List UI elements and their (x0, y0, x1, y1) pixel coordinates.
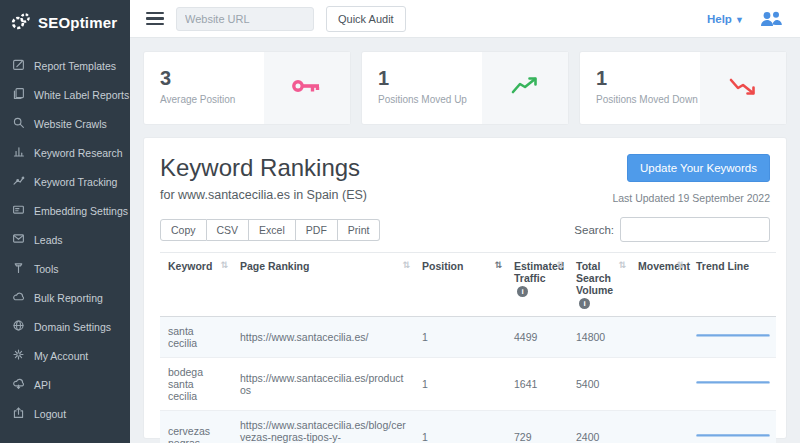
stat-card-positions-moved-up: 1 Positions Moved Up (362, 52, 568, 124)
sort-icon: ⇅ (494, 260, 502, 270)
nav-item-label: Logout (34, 408, 66, 420)
embed-icon (12, 203, 25, 218)
column-label: Trend Line (696, 260, 749, 272)
info-icon[interactable]: i (579, 298, 590, 309)
stat-label: Positions Moved Down (596, 94, 700, 105)
brand-logo[interactable]: SEOptimer (0, 0, 130, 43)
pages-icon (12, 87, 25, 102)
sidebar-item-api[interactable]: API (0, 370, 130, 399)
column-header-page-ranking[interactable]: Page Ranking⇅ (232, 253, 414, 317)
nav-item-label: Keyword Tracking (34, 176, 117, 188)
sidebar-item-leads[interactable]: Leads (0, 225, 130, 254)
table-row[interactable]: santa cecilia https://www.santacecilia.e… (160, 317, 776, 358)
globe-icon (12, 319, 25, 334)
excel-export-button[interactable]: Excel (249, 219, 296, 241)
sidebar-item-logout[interactable]: Logout (0, 399, 130, 428)
content-area: 3 Average Position 1 (130, 38, 800, 443)
sidebar-item-keyword-research[interactable]: Keyword Research (0, 138, 130, 167)
column-header-keyword[interactable]: Keyword⇅ (160, 253, 232, 317)
sidebar-item-keyword-tracking[interactable]: Keyword Tracking (0, 167, 130, 196)
stat-label: Positions Moved Up (378, 94, 482, 105)
key-icon (290, 75, 324, 101)
movement-cell (630, 358, 688, 411)
bar-chart-icon (12, 145, 25, 160)
table-row[interactable]: bodega santa cecilia https://www.santace… (160, 358, 776, 411)
column-label: Position (422, 260, 463, 272)
trend-up-icon (510, 75, 540, 101)
trend-sparkline (696, 429, 770, 443)
sidebar-item-tools[interactable]: Tools (0, 254, 130, 283)
sidebar-item-domain-settings[interactable]: Domain Settings (0, 312, 130, 341)
stat-value: 1 (378, 66, 482, 90)
menu-icon[interactable] (146, 12, 164, 26)
search-input[interactable] (620, 217, 770, 242)
sort-icon: ⇅ (220, 260, 228, 270)
column-header-position[interactable]: Position⇅ (414, 253, 506, 317)
trend-sparkline (696, 376, 770, 392)
export-button-group: CopyCSVExcelPDFPrint (160, 219, 380, 241)
nav-item-label: Keyword Research (34, 147, 123, 159)
info-icon[interactable]: i (517, 286, 528, 297)
keyword-rankings-panel: Keyword Rankings for www.santacecilia.es… (144, 138, 786, 438)
position-cell: 1 (414, 411, 506, 443)
pdf-export-button[interactable]: PDF (296, 219, 338, 241)
print-export-button[interactable]: Print (338, 219, 381, 241)
account-users-icon[interactable] (758, 10, 784, 28)
trend-line-cell (688, 358, 776, 411)
nav-item-label: Embedding Settings (34, 205, 128, 217)
sidebar-item-my-account[interactable]: My Account (0, 341, 130, 370)
stat-value: 1 (596, 66, 700, 90)
nav-item-label: Leads (34, 234, 63, 246)
sidebar-item-website-crawls[interactable]: Website Crawls (0, 109, 130, 138)
hammer-icon (12, 261, 25, 276)
search-volume-cell: 14800 (568, 317, 630, 358)
sort-icon: ⇅ (618, 260, 626, 270)
nav-item-label: White Label Reports (34, 89, 129, 101)
sidebar-item-embedding-settings[interactable]: Embedding Settings (0, 196, 130, 225)
search-volume-cell: 2400 (568, 411, 630, 443)
position-cell: 1 (414, 317, 506, 358)
website-url-input[interactable] (176, 7, 314, 31)
stat-label: Average Position (160, 94, 264, 105)
sidebar-item-white-label-reports[interactable]: White Label Reports (0, 80, 130, 109)
column-label: Keyword (168, 260, 212, 272)
keyword-table-header-row: Keyword⇅Page Ranking⇅Position⇅Estimated … (160, 253, 776, 317)
sidebar-item-bulk-reporting[interactable]: Bulk Reporting (0, 283, 130, 312)
table-row[interactable]: cervezas negras https://www.santacecilia… (160, 411, 776, 443)
page-ranking-cell: https://www.santacecilia.es/productos (232, 358, 414, 411)
page-title: Keyword Rankings (160, 154, 367, 182)
search-volume-cell: 5400 (568, 358, 630, 411)
trend-line-cell (688, 411, 776, 443)
nav-item-label: Domain Settings (34, 321, 111, 333)
stats-row: 3 Average Position 1 (144, 52, 786, 124)
trend-down-icon (728, 75, 758, 101)
nav-item-label: My Account (34, 350, 88, 362)
column-header-movement[interactable]: Movement⇅ (630, 253, 688, 317)
update-keywords-button[interactable]: Update Your Keywords (627, 154, 770, 182)
brand-name: SEOptimer (38, 14, 117, 31)
column-header-total-search-volume[interactable]: Total Search Volumei⇅ (568, 253, 630, 317)
stat-card-positions-moved-down: 1 Positions Moved Down (580, 52, 786, 124)
estimated-traffic-cell: 729 (506, 411, 568, 443)
search-label: Search: (574, 224, 614, 236)
copy-export-button[interactable]: Copy (160, 219, 207, 241)
keyword-table-body: santa cecilia https://www.santacecilia.e… (160, 317, 776, 443)
chevron-down-icon: ▼ (735, 15, 744, 25)
nav-item-label: API (34, 379, 51, 391)
help-menu[interactable]: Help ▼ (707, 13, 744, 25)
page-ranking-cell: https://www.santacecilia.es/blog/cerveza… (232, 411, 414, 443)
column-label: Page Ranking (240, 260, 309, 272)
sidebar-item-report-templates[interactable]: Report Templates (0, 51, 130, 80)
sort-icon: ⇅ (556, 260, 564, 270)
tracking-icon (12, 174, 25, 189)
keyword-rankings-table: Keyword⇅Page Ranking⇅Position⇅Estimated … (160, 252, 776, 443)
column-header-estimated-traffic[interactable]: Estimated Traffici⇅ (506, 253, 568, 317)
sidebar-nav: Report Templates White Label Reports Web… (0, 43, 130, 428)
movement-cell (630, 411, 688, 443)
edit-icon (12, 58, 25, 73)
csv-export-button[interactable]: CSV (207, 219, 250, 241)
nav-item-label: Bulk Reporting (34, 292, 103, 304)
keyword-cell: santa cecilia (160, 317, 232, 358)
estimated-traffic-cell: 1641 (506, 358, 568, 411)
quick-audit-button[interactable]: Quick Audit (326, 6, 406, 32)
